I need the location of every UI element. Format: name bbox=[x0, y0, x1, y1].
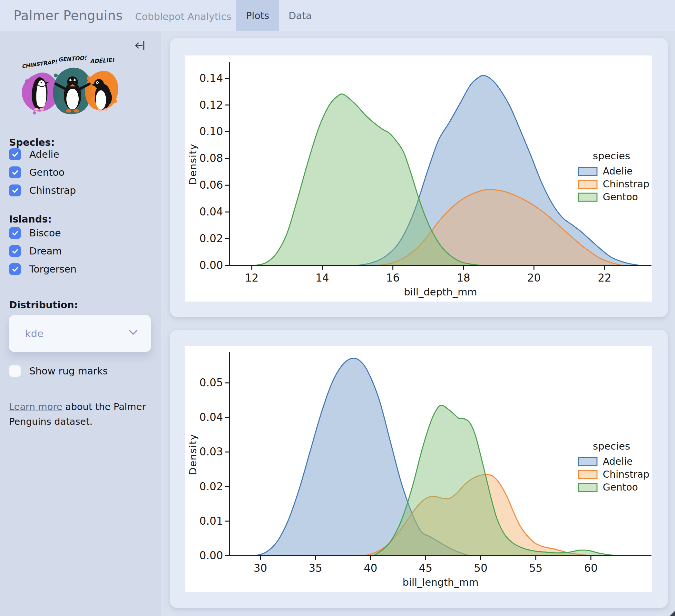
legend-title: species bbox=[593, 150, 630, 161]
checkbox-label: Show rug marks bbox=[29, 365, 108, 377]
legend-swatch-chinstrap bbox=[579, 180, 597, 188]
checkbox-checked-icon bbox=[9, 263, 21, 275]
y-axis-label: Density bbox=[187, 434, 199, 475]
legend-swatch-chinstrap bbox=[579, 471, 597, 479]
checkbox-label: Dream bbox=[29, 246, 62, 257]
gentoo-label: GENTOO! bbox=[58, 55, 87, 63]
tab-plots[interactable]: Plots bbox=[236, 0, 279, 31]
learn-more-link[interactable]: Learn more bbox=[9, 401, 62, 412]
islands-group-label: Islands: bbox=[9, 213, 52, 225]
checkbox-species-gentoo[interactable]: Gentoo bbox=[9, 166, 65, 178]
y-tick-label: 0.04 bbox=[200, 411, 223, 423]
plot-area-bill-depth: 0.000.020.040.060.080.100.120.1412141618… bbox=[185, 56, 652, 301]
sidebar: CHINSTRAP! GENTOO! ADÉLIE! Species: Adel… bbox=[0, 31, 161, 616]
checkbox-unchecked-icon bbox=[9, 365, 21, 377]
y-tick-label: 0.10 bbox=[200, 125, 223, 138]
x-tick-label: 45 bbox=[419, 562, 432, 574]
x-tick-label: 50 bbox=[474, 562, 487, 574]
app-title: Palmer Penguins bbox=[13, 8, 123, 23]
penguins-illustration: CHINSTRAP! GENTOO! ADÉLIE! bbox=[14, 53, 118, 121]
x-tick-label: 14 bbox=[316, 272, 329, 284]
y-tick-label: 0.06 bbox=[200, 179, 223, 191]
y-tick-label: 0.14 bbox=[200, 72, 223, 84]
x-tick-label: 55 bbox=[529, 562, 542, 574]
checkbox-island-torgersen[interactable]: Torgersen bbox=[9, 263, 76, 275]
legend-label-chinstrap: Chinstrap bbox=[603, 178, 649, 190]
y-axis-label: Density bbox=[187, 143, 199, 185]
legend: speciesAdelieChinstrapGentoo bbox=[579, 440, 649, 493]
x-tick-label: 60 bbox=[584, 562, 598, 574]
legend-label-gentoo: Gentoo bbox=[603, 482, 638, 493]
legend-label-adelie: Adelie bbox=[603, 165, 633, 177]
checkbox-checked-icon bbox=[9, 227, 21, 239]
checkbox-checked-icon bbox=[9, 245, 21, 257]
kde-plot-bill-depth: 0.000.020.040.060.080.100.120.1412141618… bbox=[185, 56, 652, 301]
penguins-artwork: CHINSTRAP! GENTOO! ADÉLIE! bbox=[14, 53, 118, 123]
arrow-bar-left-icon bbox=[133, 38, 148, 53]
tab-data[interactable]: Data bbox=[279, 0, 321, 31]
x-axis-label: bill_length_mm bbox=[402, 576, 479, 588]
app-subtitle: Cobblepot Analytics bbox=[135, 11, 231, 22]
distribution-select[interactable]: kde bbox=[9, 315, 151, 352]
chinstrap-label: CHINSTRAP! bbox=[21, 58, 58, 69]
legend: speciesAdelieChinstrapGentoo bbox=[579, 150, 649, 203]
legend-swatch-adelie bbox=[579, 167, 597, 176]
checkbox-island-dream[interactable]: Dream bbox=[9, 245, 62, 257]
legend-swatch-gentoo bbox=[579, 483, 597, 491]
y-tick-label: 0.04 bbox=[200, 205, 223, 218]
checkbox-label: Chinstrap bbox=[29, 185, 76, 196]
x-tick-label: 22 bbox=[598, 272, 611, 284]
x-tick-label: 16 bbox=[386, 272, 400, 284]
x-tick-label: 20 bbox=[527, 272, 541, 284]
distribution-selected-value: kde bbox=[25, 328, 44, 339]
nav-tabs: Plots Data bbox=[236, 0, 321, 31]
checkbox-species-adelie[interactable]: Adelie bbox=[9, 148, 59, 160]
plot-card-bill-depth: 0.000.020.040.060.080.100.120.1412141618… bbox=[170, 38, 668, 317]
plot-area-bill-length: 0.000.010.020.030.040.0530354045505560bi… bbox=[185, 346, 652, 592]
species-group-label: Species: bbox=[9, 137, 55, 148]
y-tick-label: 0.00 bbox=[200, 259, 223, 272]
kde-plot-bill-length: 0.000.010.020.030.040.0530354045505560bi… bbox=[185, 346, 652, 592]
x-tick-label: 12 bbox=[245, 272, 258, 284]
y-tick-label: 0.00 bbox=[200, 549, 223, 562]
checkbox-island-biscoe[interactable]: Biscoe bbox=[9, 227, 61, 239]
adelie-label: ADÉLIE! bbox=[90, 57, 115, 65]
plot-card-bill-length: 0.000.010.020.030.040.0530354045505560bi… bbox=[170, 330, 668, 608]
distribution-label: Distribution: bbox=[9, 299, 78, 311]
checkbox-label: Gentoo bbox=[29, 167, 65, 178]
y-tick-label: 0.05 bbox=[200, 377, 223, 389]
legend-label-gentoo: Gentoo bbox=[603, 191, 638, 203]
checkbox-label: Adelie bbox=[29, 149, 59, 160]
x-tick-label: 35 bbox=[309, 562, 322, 574]
x-tick-label: 18 bbox=[457, 272, 470, 284]
checkbox-species-chinstrap[interactable]: Chinstrap bbox=[9, 185, 76, 196]
brand: Palmer Penguins Cobblepot Analytics bbox=[13, 8, 231, 23]
legend-label-adelie: Adelie bbox=[603, 456, 633, 467]
checkbox-label: Torgersen bbox=[29, 264, 76, 275]
legend-swatch-adelie bbox=[579, 458, 597, 466]
y-tick-label: 0.12 bbox=[200, 99, 223, 111]
y-tick-label: 0.08 bbox=[200, 152, 223, 164]
resize-grip[interactable] bbox=[670, 611, 675, 616]
y-tick-label: 0.01 bbox=[200, 515, 223, 527]
chevron-down-icon bbox=[128, 329, 139, 338]
sidebar-collapse-button[interactable] bbox=[133, 38, 148, 53]
x-tick-label: 30 bbox=[254, 562, 267, 574]
x-tick-label: 40 bbox=[364, 562, 377, 574]
y-tick-label: 0.03 bbox=[200, 446, 223, 458]
checkbox-checked-icon bbox=[9, 166, 21, 178]
app-header: Palmer Penguins Cobblepot Analytics Plot… bbox=[0, 0, 675, 31]
checkbox-checked-icon bbox=[9, 185, 21, 196]
x-axis-label: bill_depth_mm bbox=[404, 286, 477, 298]
checkbox-show-rug-marks[interactable]: Show rug marks bbox=[9, 365, 108, 377]
legend-label-chinstrap: Chinstrap bbox=[603, 469, 649, 480]
checkbox-checked-icon bbox=[9, 148, 21, 160]
legend-swatch-gentoo bbox=[579, 193, 597, 201]
y-tick-label: 0.02 bbox=[200, 232, 223, 245]
dataset-info-text: Learn more about the Palmer Penguins dat… bbox=[9, 399, 148, 429]
checkbox-label: Biscoe bbox=[29, 227, 61, 238]
y-tick-label: 0.02 bbox=[200, 480, 223, 493]
legend-title: species bbox=[593, 440, 630, 452]
